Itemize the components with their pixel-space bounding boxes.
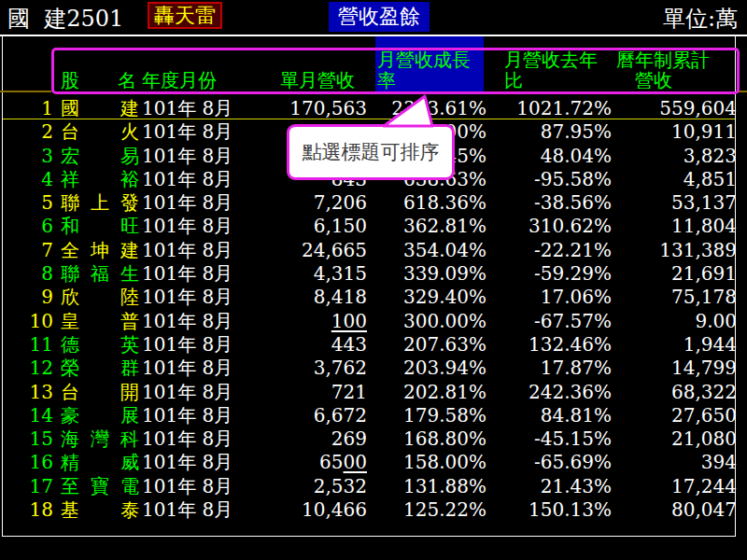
row-rank: 15 — [3, 427, 53, 451]
row-growth-rate: 158.00% — [372, 451, 486, 474]
row-month-revenue: 6500 — [224, 451, 367, 474]
table-row[interactable]: 9 欣陸 101年 8月 8,418 329.40% 17.06% 75,178 — [3, 286, 736, 309]
table-row[interactable]: 10 皇普 101年 8月 100 300.00% -67.57% 9.00 — [3, 310, 736, 333]
table-row[interactable]: 8 聯福生 101年 8月 4,315 339.09% -59.29% 21,6… — [3, 262, 736, 286]
row-growth-rate: 618.36% — [372, 191, 486, 215]
column-header-yoy-line2[interactable]: 比 — [504, 69, 523, 91]
row-stock-name: 榮群 — [61, 357, 139, 380]
row-stock-name: 德英 — [61, 333, 139, 357]
row-yoy-ratio: 21.43% — [487, 475, 612, 498]
table-row[interactable]: 14 豪展 101年 8月 6,672 179.58% 84.81% 27,65… — [3, 404, 736, 427]
column-header-growth-line1[interactable]: 月營收成長 — [377, 49, 471, 71]
row-cumulative: 11,804 — [613, 215, 737, 238]
sort-hint-tooltip: 點選標題可排序 — [287, 124, 455, 180]
row-yoy-ratio: 17.87% — [487, 357, 612, 380]
table-row[interactable]: 7 全坤建 101年 8月 24,665 354.04% -22.21% 131… — [3, 239, 736, 262]
row-yoy-ratio: -95.58% — [487, 168, 612, 191]
row-growth-rate: 339.09% — [372, 262, 486, 286]
view-tab-revenue[interactable]: 營收盈餘 — [329, 2, 430, 32]
row-yoy-ratio: 17.06% — [487, 286, 612, 309]
column-header-yoy-line1[interactable]: 月營收去年 — [504, 49, 598, 71]
row-rank: 13 — [3, 381, 53, 404]
row-cumulative: 394 — [613, 451, 737, 474]
row-yoy-ratio: 84.81% — [487, 404, 612, 427]
row-stock-name: 精威 — [61, 451, 139, 474]
selected-row-underline — [3, 119, 735, 119]
row-rank: 1 — [3, 97, 53, 120]
table-row[interactable]: 17 至寶電 101年 8月 2,532 131.88% 21.43% 17,2… — [3, 475, 736, 498]
row-month-revenue: 10,466 — [224, 498, 367, 522]
table-row[interactable]: 12 榮群 101年 8月 3,762 203.94% 17.87% 14,79… — [3, 357, 736, 380]
table-row[interactable]: 13 台開 101年 8月 721 202.81% 242.36% 68,322 — [3, 381, 736, 404]
row-growth-rate: 131.88% — [372, 475, 486, 498]
row-yoy-ratio: -67.57% — [487, 310, 612, 333]
table-row[interactable]: 15 海灣科 101年 8月 269 168.80% -45.15% 21,08… — [3, 427, 736, 451]
column-header-growth-line2[interactable]: 率 — [377, 69, 396, 91]
row-yoy-ratio: 150.13% — [487, 498, 612, 522]
row-growth-rate: 300.00% — [372, 310, 486, 333]
row-stock-name: 皇普 — [61, 310, 139, 333]
row-rank: 10 — [3, 310, 53, 333]
table-row[interactable]: 1 國建 101年 8月 170,563 2353.61% 1021.72% 5… — [3, 97, 736, 120]
tooltip-pointer — [378, 93, 448, 129]
row-rank: 9 — [3, 286, 53, 309]
row-rank: 5 — [3, 191, 53, 215]
row-growth-rate: 202.81% — [372, 381, 486, 404]
row-stock-name: 國建 — [61, 97, 139, 120]
row-yoy-ratio: 242.36% — [487, 381, 612, 404]
row-growth-rate: 203.94% — [372, 357, 486, 380]
row-stock-name: 欣陸 — [61, 286, 139, 309]
row-growth-rate: 362.81% — [372, 215, 486, 238]
row-month-revenue: 2,532 — [224, 475, 367, 498]
row-stock-name: 祥裕 — [61, 168, 139, 191]
row-rank: 4 — [3, 168, 53, 191]
row-cumulative: 14,799 — [613, 357, 737, 380]
row-month-revenue: 7,206 — [224, 191, 367, 215]
brand-badge: 轟天雷 — [148, 2, 222, 29]
row-cumulative: 4,851 — [613, 168, 737, 191]
column-header-period[interactable]: 年度月份 — [142, 69, 217, 91]
unit-label: 單位:萬 — [663, 4, 738, 34]
stock-name-and-code: 國 建2501 — [7, 4, 123, 34]
row-rank: 16 — [3, 451, 53, 474]
row-month-revenue: 3,762 — [224, 357, 367, 380]
table-row[interactable]: 11 德英 101年 8月 443 207.63% 132.46% 1,944 — [3, 333, 736, 357]
frame-bottom-line — [2, 536, 736, 537]
row-cumulative: 27,650 — [613, 404, 737, 427]
column-header-cum-line1[interactable]: 曆年制累計 — [616, 49, 710, 71]
column-header-name[interactable]: 股名 — [61, 69, 136, 91]
row-yoy-ratio: -22.21% — [487, 239, 612, 262]
row-month-revenue: 8,418 — [224, 286, 367, 309]
row-month-revenue: 4,315 — [224, 262, 367, 286]
table-row[interactable]: 16 精威 101年 8月 6500 158.00% -65.69% 394 — [3, 451, 736, 474]
row-yoy-ratio: 1021.72% — [487, 97, 612, 120]
column-header-cum-line2[interactable]: 營收 — [635, 69, 672, 91]
row-growth-rate: 329.40% — [372, 286, 486, 309]
row-cumulative: 1,944 — [613, 333, 737, 357]
row-yoy-ratio: -45.15% — [487, 427, 612, 451]
row-cumulative: 53,137 — [613, 191, 737, 215]
row-yoy-ratio: 132.46% — [487, 333, 612, 357]
header-underline-left — [0, 91, 51, 92]
row-growth-rate: 354.04% — [372, 239, 486, 262]
row-month-revenue: 100 — [224, 310, 367, 333]
row-month-revenue: 170,563 — [224, 97, 367, 120]
row-growth-rate: 168.80% — [372, 427, 486, 451]
row-stock-name: 和旺 — [61, 215, 139, 238]
table-row[interactable]: 5 聯上發 101年 8月 7,206 618.36% -38.56% 53,1… — [3, 191, 736, 215]
row-stock-name: 聯福生 — [61, 262, 139, 286]
row-stock-name: 宏易 — [61, 145, 139, 168]
row-month-revenue: 6,672 — [224, 404, 367, 427]
row-cumulative: 21,080 — [613, 427, 737, 451]
column-header-revenue[interactable]: 單月營收 — [280, 69, 355, 91]
row-growth-rate: 179.58% — [372, 404, 486, 427]
row-cumulative: 3,823 — [613, 145, 737, 168]
row-yoy-ratio: -38.56% — [487, 191, 612, 215]
row-rank: 11 — [3, 333, 53, 357]
table-row[interactable]: 6 和旺 101年 8月 6,150 362.81% 310.62% 11,80… — [3, 215, 736, 238]
row-cumulative: 9.00 — [613, 310, 737, 333]
table-row[interactable]: 18 基泰 101年 8月 10,466 125.22% 150.13% 80,… — [3, 498, 736, 522]
row-yoy-ratio: 310.62% — [487, 215, 612, 238]
row-rank: 12 — [3, 357, 53, 380]
row-yoy-ratio: 87.95% — [487, 120, 612, 144]
